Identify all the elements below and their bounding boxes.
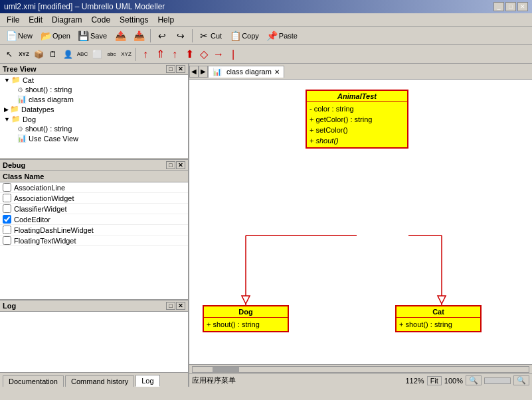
tab-log[interactable]: Log bbox=[135, 375, 159, 387]
tree-item-cat-shout[interactable]: ⚙ shout() : string bbox=[0, 85, 188, 94]
text-tool[interactable]: abc bbox=[105, 48, 118, 61]
tree-label-dog: Dog bbox=[23, 115, 36, 123]
tree-label-usecase: Use Case View bbox=[29, 135, 78, 143]
close-button[interactable]: ✕ bbox=[517, 2, 528, 11]
tree-item-cat-root[interactable]: ▼ 📁 Cat bbox=[0, 75, 188, 85]
tree-view-controls[interactable]: □ ✕ bbox=[166, 65, 185, 73]
tree-item-usecase[interactable]: 📊 Use Case View bbox=[0, 133, 188, 143]
arrow-up4[interactable]: ⬆ bbox=[183, 48, 196, 61]
debug-content: AssociationLine AssociationWidget Classi… bbox=[0, 182, 188, 299]
debug-check-0[interactable] bbox=[3, 183, 11, 192]
window-controls[interactable]: _ □ ✕ bbox=[493, 2, 528, 11]
debug-label-2: ClassifierWidget bbox=[14, 205, 66, 213]
tree-arrow-datatypes[interactable]: ▶ bbox=[4, 106, 9, 113]
debug-check-4[interactable] bbox=[3, 226, 11, 234]
menu-code[interactable]: Code bbox=[87, 15, 114, 25]
abc-tool[interactable]: ABC bbox=[76, 48, 89, 61]
unknown-btn2[interactable]: 📥 bbox=[130, 29, 147, 43]
hscroll[interactable] bbox=[189, 364, 532, 373]
tree-float-btn[interactable]: □ bbox=[166, 65, 175, 73]
menu-file[interactable]: File bbox=[3, 15, 23, 25]
debug-check-3[interactable] bbox=[3, 215, 11, 224]
zoom-percent: 112% bbox=[405, 377, 424, 385]
tree-item-cat-diagram[interactable]: 📊 class diagram bbox=[0, 94, 188, 104]
diagram-canvas[interactable]: AnimalTest - color : string + getColor()… bbox=[189, 80, 532, 364]
tree-close-btn[interactable]: ✕ bbox=[176, 65, 185, 73]
debug-row-0[interactable]: AssociationLine bbox=[0, 182, 188, 193]
separator1 bbox=[150, 29, 151, 42]
debug-row-4[interactable]: FloatingDashLineWidget bbox=[0, 225, 188, 235]
debug-label-1: AssociationWidget bbox=[14, 194, 74, 202]
redo-button[interactable]: ↪ bbox=[172, 29, 189, 43]
maximize-button[interactable]: □ bbox=[505, 2, 516, 11]
xyz2-tool[interactable]: XYZ bbox=[120, 48, 133, 61]
arrow-up1[interactable]: ↑ bbox=[139, 48, 152, 61]
tab-documentation[interactable]: Documentation bbox=[3, 375, 64, 387]
uml-box-animaltest[interactable]: AnimalTest - color : string + getColor()… bbox=[306, 90, 408, 149]
debug-float-btn[interactable]: □ bbox=[166, 161, 175, 169]
debug-close-btn[interactable]: ✕ bbox=[176, 161, 185, 169]
diagram-tab-close[interactable]: ✕ bbox=[274, 68, 280, 76]
tab-command-history[interactable]: Command history bbox=[65, 375, 134, 387]
tree-view-header: Tree View □ ✕ bbox=[0, 64, 188, 75]
log-close-btn[interactable]: ✕ bbox=[176, 302, 185, 310]
arrow-up2[interactable]: ⇑ bbox=[153, 48, 167, 61]
xyz-tool[interactable]: XYZ bbox=[17, 48, 31, 61]
diagram-nav-prev[interactable]: ◀ bbox=[189, 66, 199, 78]
uml-attr-at-4: + shout() bbox=[310, 135, 404, 146]
actor-tool[interactable]: 👤 bbox=[61, 48, 74, 61]
new-button[interactable]: 📄 New bbox=[3, 29, 36, 43]
arrow-up3[interactable]: ↑ bbox=[168, 48, 181, 61]
tree-arrow-cat[interactable]: ▼ bbox=[4, 77, 10, 84]
svg-marker-7 bbox=[438, 296, 446, 304]
paste-button[interactable]: 📌 Paste bbox=[264, 29, 301, 43]
uml-body-animaltest: - color : string + getColor() : string +… bbox=[307, 102, 407, 147]
debug-row-5[interactable]: FloatingTextWidget bbox=[0, 235, 188, 246]
uml-box-cat[interactable]: Cat + shout() : string bbox=[395, 305, 482, 332]
undo-icon: ↩ bbox=[157, 31, 167, 41]
diamond-tool[interactable]: ◇ bbox=[197, 48, 211, 61]
open-button[interactable]: 📂 Open bbox=[37, 29, 74, 43]
tree-item-dog-shout[interactable]: ⚙ shout() : string bbox=[0, 124, 188, 133]
menu-edit[interactable]: Edit bbox=[25, 15, 46, 25]
unknown-btn1[interactable]: 📤 bbox=[112, 29, 129, 43]
debug-row-2[interactable]: ClassifierWidget bbox=[0, 204, 188, 214]
diagram-nav-next[interactable]: ▶ bbox=[199, 66, 208, 78]
debug-controls[interactable]: □ ✕ bbox=[166, 161, 185, 169]
undo-button[interactable]: ↩ bbox=[153, 29, 171, 43]
log-controls[interactable]: □ ✕ bbox=[166, 302, 185, 310]
entity-tool[interactable]: 📦 bbox=[32, 48, 45, 61]
diagram-tab-class[interactable]: 📊 class diagram ✕ bbox=[208, 66, 284, 78]
arrow-right[interactable]: → bbox=[212, 48, 225, 61]
menu-settings[interactable]: Settings bbox=[116, 15, 152, 25]
tree-label-datatypes: Datatypes bbox=[21, 105, 54, 113]
log-panel: Log □ ✕ Documentation Command history Lo… bbox=[0, 300, 188, 387]
tree-item-datatypes[interactable]: ▶ 📁 Datatypes bbox=[0, 104, 188, 114]
save-button[interactable]: 💾 Save bbox=[75, 29, 110, 43]
debug-check-2[interactable] bbox=[3, 204, 11, 213]
debug-check-5[interactable] bbox=[3, 236, 11, 245]
cut-button[interactable]: ✂ Cut bbox=[195, 29, 225, 43]
box-tool[interactable]: ⬜ bbox=[90, 48, 104, 61]
fit-button[interactable]: Fit bbox=[427, 376, 442, 385]
minimize-button[interactable]: _ bbox=[493, 2, 504, 11]
zoom-out-button[interactable]: 🔍 bbox=[513, 375, 529, 385]
tree-arrow-dog[interactable]: ▼ bbox=[4, 116, 10, 123]
bar-tool[interactable]: | bbox=[226, 48, 240, 61]
tree-item-dog-root[interactable]: ▼ 📁 Dog bbox=[0, 114, 188, 124]
log-float-btn[interactable]: □ bbox=[166, 302, 175, 310]
zoom-in-button[interactable]: 🔍 bbox=[466, 375, 482, 385]
note-tool[interactable]: 🗒 bbox=[46, 48, 60, 61]
debug-row-3[interactable]: CodeEditor bbox=[0, 214, 188, 225]
pointer-tool[interactable]: ↖ bbox=[3, 48, 16, 61]
debug-check-1[interactable] bbox=[3, 194, 11, 202]
uml-body-dog: + shout() : string bbox=[204, 318, 288, 331]
uml-header-cat: Cat bbox=[397, 306, 480, 318]
hscroll-thumb[interactable] bbox=[213, 367, 239, 372]
menu-diagram[interactable]: Diagram bbox=[48, 15, 86, 25]
menu-help[interactable]: Help bbox=[153, 15, 178, 25]
uml-box-dog[interactable]: Dog + shout() : string bbox=[203, 305, 289, 332]
copy-button[interactable]: 📋 Copy bbox=[226, 29, 262, 43]
debug-row-1[interactable]: AssociationWidget bbox=[0, 193, 188, 204]
hscroll-track[interactable] bbox=[192, 366, 529, 373]
